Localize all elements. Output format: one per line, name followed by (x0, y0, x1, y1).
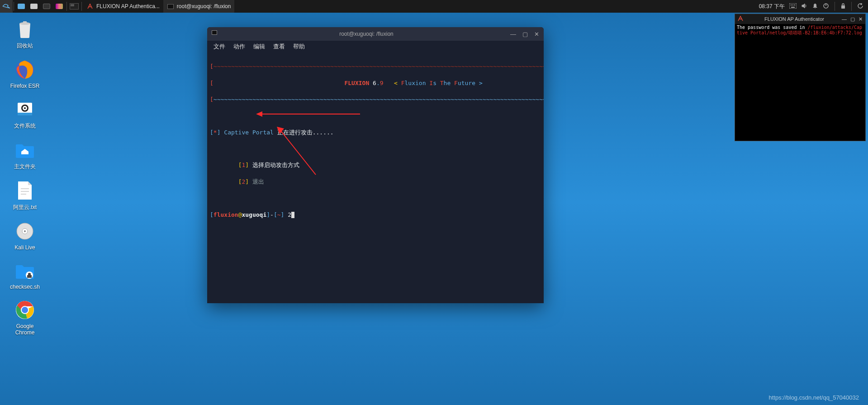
terminal-window: root@xuguoqi: /fluxion — ▢ ✕ 文件 动作 编辑 查看… (207, 27, 544, 303)
auth-title-icon (738, 16, 744, 22)
opt2: [2] 退出 (210, 178, 541, 186)
trash-icon (14, 18, 36, 40)
svg-point-26 (22, 307, 28, 313)
taskbar-left: FLUXION AP Authentica... root@xuguoqi: /… (0, 0, 234, 13)
text-file-icon (14, 180, 36, 201)
refresh-icon[interactable] (857, 3, 863, 10)
desktop-chrome-label: Google Chrome (15, 323, 35, 336)
banner-bot: [~~~~~~~~~~~~~~~~~~~~~~~~~~~~~~~~~~~~~~~… (210, 95, 541, 104)
desktop-trash[interactable]: 回收站 (9, 18, 41, 50)
watermark: https://blog.csdn.net/qq_57040032 (769, 394, 859, 401)
annotation-arrow-exit (256, 110, 360, 119)
taskbar-app1-icon[interactable] (15, 0, 28, 13)
desktop-aliyun-label: 阿里云.txt (13, 204, 37, 211)
desktop-checksec[interactable]: checksec.sh (9, 260, 41, 290)
terminal-window-buttons: — ▢ ✕ (510, 31, 539, 38)
fluxion-auth-task-icon (86, 3, 94, 10)
banner-top: [~~~~~~~~~~~~~~~~~~~~~~~~~~~~~~~~~~~~~~~… (210, 62, 541, 71)
task-terminal[interactable]: root@xuguoqi: /fluxion (163, 0, 235, 13)
terminal-menubar: 文件 动作 编辑 查看 帮助 (207, 41, 544, 52)
opt1: [1] 选择启动攻击方式 (210, 161, 541, 169)
taskbar-right: 08:37 下午 (759, 2, 868, 11)
home-folder-icon (14, 139, 36, 161)
clock[interactable]: 08:37 下午 (759, 3, 785, 10)
auth-titlebar[interactable]: FLUXION AP Authenticator — ▢ ✕ (735, 14, 865, 24)
taskbar-app4-icon[interactable] (53, 0, 66, 13)
desktop-kalilive-label: Kali Live (14, 244, 35, 251)
desktop-trash-label: 回收站 (17, 42, 33, 50)
task-fluxion-auth-label: FLUXION AP Authentica... (96, 3, 160, 10)
filesystem-icon (14, 98, 36, 120)
banner-mid: [ FLUXION 6.9 < Fluxion Is The Future > … (210, 79, 541, 87)
cursor (291, 212, 294, 218)
desktop-kalilive[interactable]: Kali Live (9, 220, 41, 251)
terminal-title-icon (212, 30, 219, 38)
svg-point-22 (24, 230, 26, 232)
desktop-chrome[interactable]: Google Chrome (9, 299, 41, 336)
svg-rect-7 (841, 5, 845, 9)
terminal-titlebar[interactable]: root@xuguoqi: /fluxion — ▢ ✕ (207, 27, 544, 41)
notifications-icon[interactable] (812, 3, 818, 10)
auth-title: FLUXION AP Authenticator (747, 16, 842, 22)
script-file-icon (14, 260, 36, 281)
desktop-aliyun[interactable]: 阿里云.txt (9, 180, 41, 211)
svg-rect-0 (789, 3, 797, 9)
terminal-task-icon (167, 3, 174, 10)
svg-rect-3 (794, 5, 795, 5)
prompt-input[interactable]: 2 (288, 211, 291, 218)
terminal-title: root@xuguoqi: /fluxion (223, 31, 510, 37)
desktop-filesystem[interactable]: 文件系统 (9, 98, 41, 130)
desktop-firefox-label: Firefox ESR (10, 83, 40, 89)
desktop-firefox[interactable]: Firefox ESR (9, 59, 41, 89)
minimize-button[interactable]: — (510, 31, 516, 38)
menu-view[interactable]: 查看 (273, 43, 285, 51)
keyboard-icon[interactable] (789, 3, 797, 10)
auth-body[interactable]: The password was saved in /fluxion/attac… (735, 24, 865, 141)
menu-action[interactable]: 动作 (233, 43, 245, 51)
auth-window-buttons: — ▢ ✕ (842, 16, 863, 22)
close-button[interactable]: ✕ (534, 31, 539, 38)
auth-window: FLUXION AP Authenticator — ▢ ✕ The passw… (735, 14, 866, 141)
task-terminal-label: root@xuguoqi: /fluxion (177, 3, 231, 10)
menu-file[interactable]: 文件 (213, 43, 225, 51)
svg-point-14 (24, 107, 26, 109)
taskbar-app3-icon[interactable] (40, 0, 53, 13)
lock-icon[interactable] (840, 3, 846, 10)
desktop-home-label: 主文件夹 (14, 163, 36, 171)
disc-icon (14, 220, 36, 242)
firefox-icon (14, 59, 36, 81)
auth-minimize-button[interactable]: — (842, 16, 847, 22)
task-fluxion-auth[interactable]: FLUXION AP Authentica... (83, 0, 163, 13)
chrome-icon (14, 299, 36, 321)
volume-icon[interactable] (801, 3, 807, 10)
svg-marker-28 (256, 111, 262, 117)
desktop-icons: 回收站 Firefox ESR 文件系统 主文件夹 阿里云.txt Kali L… (9, 18, 41, 336)
auth-line-white: The password was saved in (737, 25, 808, 30)
power-icon[interactable] (823, 3, 829, 10)
svg-rect-1 (791, 5, 792, 5)
auth-close-button[interactable]: ✕ (859, 16, 863, 22)
taskbar: FLUXION AP Authentica... root@xuguoqi: /… (0, 0, 868, 13)
maximize-button[interactable]: ▢ (522, 31, 528, 38)
auth-maximize-button[interactable]: ▢ (850, 16, 855, 22)
svg-rect-2 (792, 5, 793, 5)
desktop-filesystem-label: 文件系统 (14, 122, 36, 130)
menu-help[interactable]: 帮助 (293, 43, 305, 51)
svg-rect-15 (18, 113, 32, 115)
status-line: [*] Captive Portal 正在进行攻击...... (210, 129, 541, 137)
desktop-checksec-label: checksec.sh (10, 284, 40, 290)
taskbar-app2-icon[interactable] (28, 0, 40, 13)
terminal-body[interactable]: [~~~~~~~~~~~~~~~~~~~~~~~~~~~~~~~~~~~~~~~… (207, 52, 544, 303)
workspace-switcher-icon[interactable] (68, 0, 81, 13)
desktop-home[interactable]: 主文件夹 (9, 139, 41, 171)
svg-rect-9 (23, 21, 27, 23)
svg-rect-4 (791, 7, 795, 8)
menu-edit[interactable]: 编辑 (253, 43, 265, 51)
kali-menu-icon[interactable] (0, 0, 13, 13)
prompt: [fluxion@xuguoqi]-[~] 2 (210, 211, 541, 219)
